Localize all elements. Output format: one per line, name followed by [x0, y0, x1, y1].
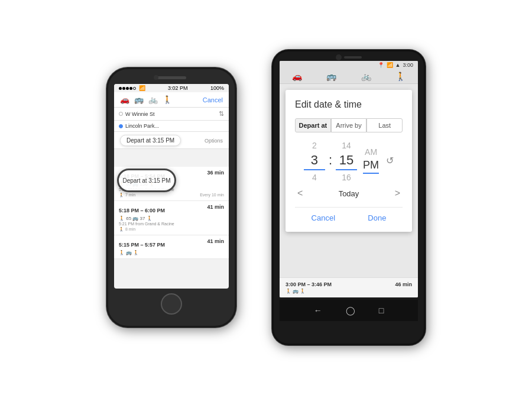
iphone-screen: 📶 3:02 PM 100% 🚗 🚌 🚲 🚶 Cancel W Winnie S…	[114, 84, 229, 289]
ios-dot-5	[133, 87, 136, 90]
android-nav-bar: ← ◯ □	[280, 300, 418, 321]
android-camera	[336, 54, 342, 60]
ios-origin-text: W Winnie St	[125, 111, 216, 117]
minute-column: 14 15 16	[336, 141, 357, 182]
dialog-cancel-button[interactable]: Cancel	[312, 213, 335, 222]
android-bus-icon[interactable]: 🚌	[326, 72, 336, 81]
ampm-current[interactable]: PM	[363, 159, 379, 174]
android-location-icon: 📍	[378, 62, 384, 68]
android-back-button[interactable]: ←	[314, 306, 322, 315]
ios-origin-row: W Winnie St ⇅	[114, 108, 229, 121]
android-bike-icon[interactable]: 🚲	[361, 72, 371, 81]
time-colon: :	[329, 153, 332, 168]
ios-route-icons-3: 🚶 🚌 🚶	[119, 250, 224, 255]
iphone-home-button[interactable]	[161, 293, 182, 315]
ios-route-duration-2: 41 min	[207, 204, 224, 210]
ios-frequency-1: Every 10 min	[200, 193, 224, 198]
ios-walk-time-2: 🚶 8 min	[119, 227, 135, 232]
phones-container: 📶 3:02 PM 100% 🚗 🚌 🚲 🚶 Cancel W Winnie S…	[95, 38, 437, 357]
dialog-tab-last[interactable]: Last	[366, 118, 403, 132]
ios-dest-text: Lincoln Park...	[125, 123, 224, 129]
ios-signal-dots: 📶	[119, 85, 145, 91]
android-result-icons: 🚶 🚌 🚶	[286, 289, 332, 294]
ios-route-transport-2: 🚶 65 🚌 37 🚶	[119, 216, 153, 221]
ios-dest-row: Lincoln Park...	[114, 121, 229, 132]
ios-depart-wrapper: Depart at 3:15 PM Options Depart at 3:15…	[114, 132, 229, 149]
android-wifi-icon: 📶	[387, 62, 393, 68]
ios-origin-dot	[119, 112, 123, 116]
iphone-device: 📶 3:02 PM 100% 🚗 🚌 🚲 🚶 Cancel W Winnie S…	[106, 67, 236, 328]
ios-cancel-button[interactable]: Cancel	[203, 96, 223, 103]
android-result-time: 3:00 PM – 3:46 PM	[286, 281, 332, 287]
ios-zoom-highlight: Depart at 3:15 PM	[117, 169, 176, 192]
ios-walk-info-1: 🚶 7 min Every 10 min	[119, 193, 224, 198]
ios-route-duration-1: 36 min	[207, 170, 224, 176]
ios-swap-icon[interactable]: ⇅	[219, 110, 224, 118]
android-device: 📍 📶 ▲ 3:00 🚗 🚌 🚲 🚶 Edit date & time Depa…	[272, 50, 426, 345]
android-status-bar: 📍 📶 ▲ 3:00	[280, 61, 418, 69]
ios-route-time-3: 5:15 PM – 5:57 PM	[119, 242, 165, 248]
ios-dot-4	[129, 87, 132, 90]
dialog-title: Edit date & time	[295, 99, 403, 110]
dialog-done-button[interactable]: Done	[368, 213, 386, 222]
android-car-icon[interactable]: 🚗	[292, 72, 302, 81]
ios-transport-bar: 🚗 🚌 🚲 🚶 Cancel	[114, 92, 229, 108]
android-walk-icon[interactable]: 🚶	[395, 72, 406, 81]
ios-wifi-icon: 📶	[139, 85, 145, 91]
date-next-button[interactable]: >	[395, 188, 400, 199]
ios-status-bar: 📶 3:02 PM 100%	[114, 84, 229, 92]
android-speaker	[344, 56, 362, 59]
ios-transport-icons: 🚗 🚌 🚲 🚶	[120, 95, 172, 104]
android-top-bar	[274, 51, 424, 61]
ios-options-button[interactable]: Options	[205, 134, 223, 147]
ios-route-time-2: 5:18 PM – 6:00 PM	[119, 208, 165, 213]
ampm-prev: AM	[365, 147, 377, 157]
android-result-left: 3:00 PM – 3:46 PM 🚶 🚌 🚶	[286, 281, 332, 294]
ios-walk-time-1: 🚶 7 min	[119, 193, 135, 198]
android-home-button[interactable]: ◯	[346, 306, 355, 315]
minute-prev: 14	[342, 141, 351, 150]
ios-bus-icon[interactable]: 🚌	[134, 95, 144, 104]
ios-walk-info-2: 🚶 8 min	[119, 227, 224, 232]
android-result-duration: 46 min	[395, 281, 412, 287]
ios-dot-3	[126, 87, 129, 90]
hour-current[interactable]: 3	[304, 153, 325, 170]
ios-bike-icon[interactable]: 🚲	[148, 95, 158, 104]
iphone-camera	[154, 75, 158, 80]
ios-route-from-2: 5:21 PM from Grand & Racine	[119, 222, 224, 226]
ios-route-row-3[interactable]: 5:15 PM – 5:57 PM 41 min 🚶 🚌 🚶	[114, 235, 229, 259]
android-time: 3:00	[403, 62, 413, 68]
ios-dot-2	[122, 87, 125, 90]
dialog-tab-depart[interactable]: Depart at	[295, 118, 331, 132]
android-screen: 📍 📶 ▲ 3:00 🚗 🚌 🚲 🚶 Edit date & time Depa…	[280, 61, 418, 297]
time-picker: 2 3 4 : 14 15 16 AM PM ↺	[295, 141, 403, 182]
android-bottom-result: 3:00 PM – 3:46 PM 🚶 🚌 🚶 46 min	[280, 277, 418, 297]
iphone-speaker	[157, 76, 186, 79]
android-signal-icon: ▲	[395, 62, 401, 68]
android-recents-button[interactable]: □	[379, 306, 384, 315]
dialog-actions: Cancel Done	[295, 207, 403, 222]
date-label: Today	[339, 189, 359, 198]
ios-car-icon[interactable]: 🚗	[120, 95, 129, 104]
hour-column: 2 3 4	[304, 141, 325, 182]
ios-route-row-2[interactable]: 5:18 PM – 6:00 PM 41 min 🚶 65 🚌 37 🚶 5:2…	[114, 201, 229, 235]
ios-dot-1	[119, 87, 122, 90]
ios-clock: 3:02 PM	[168, 85, 188, 91]
ios-depart-bubble[interactable]: Depart at 3:15 PM	[120, 135, 181, 146]
ios-route-duration-3: 41 min	[207, 238, 224, 244]
android-transport-bar: 🚗 🚌 🚲 🚶	[280, 69, 418, 84]
date-prev-button[interactable]: <	[297, 188, 303, 199]
ios-walk-icon[interactable]: 🚶	[163, 95, 172, 104]
ios-route-transport-3: 🚶 🚌 🚶	[119, 250, 139, 255]
hour-prev: 2	[312, 141, 317, 150]
minute-current[interactable]: 15	[336, 153, 357, 170]
minute-next: 16	[342, 173, 351, 182]
ios-battery: 100%	[210, 85, 224, 91]
ampm-column: AM PM	[363, 147, 379, 176]
time-reset-button[interactable]: ↺	[386, 155, 394, 166]
ios-zoom-text: Depart at 3:15 PM	[122, 177, 170, 184]
android-dialog: Edit date & time Depart at Arrive by Las…	[286, 90, 412, 232]
dialog-tab-arrive[interactable]: Arrive by	[331, 118, 367, 132]
hour-next: 4	[312, 173, 317, 182]
ios-dest-dot	[119, 124, 123, 128]
